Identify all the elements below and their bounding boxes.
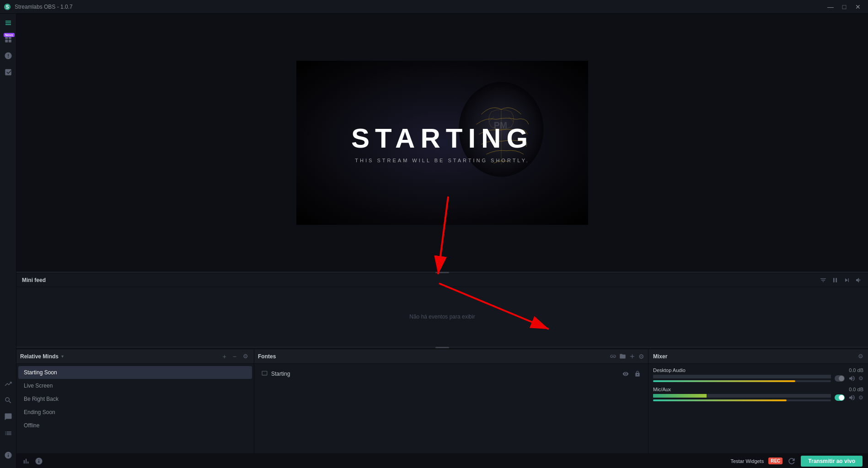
- preview-area: PM STARTING THIS STREAM WILL BE STARTING…: [16, 14, 868, 271]
- sources-more-options[interactable]: ⚙: [638, 353, 644, 360]
- mic-aux-slider[interactable]: [653, 399, 831, 401]
- mic-aux-level: [653, 394, 831, 398]
- info-icon[interactable]: [35, 457, 43, 465]
- scene-item-ending-soon[interactable]: Ending Soon: [18, 406, 252, 419]
- mixer-channel-mic-header: Mic/Aux 0.0 dB: [653, 387, 863, 392]
- mixer-settings-button[interactable]: ⚙: [858, 353, 863, 360]
- mic-aux-speaker-icon[interactable]: [848, 394, 856, 401]
- statusbar: Testar Widgets REC Transmitir ao vivo: [16, 453, 868, 468]
- sources-title: Fontes: [258, 353, 276, 360]
- stats-icon[interactable]: [22, 457, 30, 465]
- scenes-add-button[interactable]: +: [221, 352, 228, 361]
- statusbar-right: Testar Widgets REC Transmitir ao vivo: [730, 456, 863, 467]
- mixer-channel-desktop: Desktop Audio 0.0 dB: [653, 367, 863, 382]
- close-button[interactable]: ✕: [852, 2, 864, 12]
- svg-rect-5: [8, 40, 11, 43]
- preview-subtitle: THIS STREAM WILL BE STARTING SHORTLY.: [351, 158, 533, 163]
- svg-rect-4: [5, 40, 8, 43]
- mixer-channel-mic: Mic/Aux 0.0 dB: [653, 387, 863, 401]
- desktop-audio-label: Desktop Audio: [653, 367, 686, 373]
- mixer-panel: Mixer ⚙ Desktop Audio 0.0 dB: [648, 349, 868, 453]
- filter-icon[interactable]: [820, 277, 827, 284]
- bottom-section: Relative Minds ▾ + − ⚙ Starting Soon Liv…: [16, 348, 868, 453]
- scene-item-starting-soon[interactable]: Starting Soon: [18, 366, 252, 379]
- scenes-title-area: Relative Minds ▾: [20, 353, 64, 360]
- mic-aux-controls: ⚙: [653, 394, 863, 401]
- sources-list: Starting: [254, 364, 648, 453]
- source-item-starting[interactable]: Starting: [258, 367, 644, 380]
- mixer-header: Mixer ⚙: [648, 349, 868, 364]
- titlebar-left: S Streamlabs OBS - 1.0.7: [4, 3, 73, 11]
- desktop-audio-mute-toggle[interactable]: [835, 375, 845, 382]
- mixer-title: Mixer: [653, 353, 667, 360]
- pause-icon[interactable]: [831, 277, 839, 284]
- scene-item-live-screen[interactable]: Live Screen: [18, 379, 252, 392]
- scene-item-be-right-back[interactable]: Be Right Back: [18, 393, 252, 405]
- mini-feed-empty-state: Não há eventos para exibir: [16, 287, 868, 346]
- refresh-icon[interactable]: [787, 457, 796, 466]
- scenes-settings-button[interactable]: ⚙: [241, 352, 250, 361]
- scenes-panel: Relative Minds ▾ + − ⚙ Starting Soon Liv…: [16, 349, 254, 453]
- sidebar-item-overlays[interactable]: [1, 65, 16, 80]
- source-lock-button[interactable]: [634, 371, 641, 377]
- scenes-header: Relative Minds ▾ + − ⚙: [16, 349, 254, 364]
- desktop-audio-level: [653, 375, 831, 378]
- svg-text:S: S: [6, 5, 9, 10]
- sources-link-button[interactable]: [610, 353, 616, 360]
- titlebar: S Streamlabs OBS - 1.0.7 — □ ✕: [0, 0, 868, 14]
- mic-aux-mute-toggle[interactable]: [835, 394, 845, 401]
- mic-aux-db: 0.0 dB: [849, 387, 863, 392]
- sources-actions: ⚙: [610, 353, 644, 360]
- desktop-audio-settings-button[interactable]: ⚙: [858, 375, 863, 382]
- source-item-icon: [262, 370, 268, 378]
- titlebar-controls: — □ ✕: [824, 2, 864, 12]
- rec-badge: REC: [768, 457, 782, 464]
- sidebar-item-stats[interactable]: [1, 377, 16, 391]
- maximize-button[interactable]: □: [838, 2, 851, 12]
- mic-aux-settings-button[interactable]: ⚙: [858, 394, 863, 401]
- sidebar-item-alerts[interactable]: [1, 48, 16, 63]
- mixer-channel-desktop-header: Desktop Audio 0.0 dB: [653, 367, 863, 373]
- scenes-list: Starting Soon Live Screen Be Right Back …: [16, 364, 254, 453]
- mini-feed-controls: [820, 277, 863, 284]
- sidebar-item-chat[interactable]: [1, 410, 16, 424]
- preview-starting-text: STARTING: [351, 122, 533, 154]
- preview-canvas: PM STARTING THIS STREAM WILL BE STARTING…: [296, 61, 588, 225]
- volume-icon[interactable]: [855, 277, 863, 284]
- scenes-title: Relative Minds: [20, 353, 59, 360]
- preview-background: PM STARTING THIS STREAM WILL BE STARTING…: [296, 61, 588, 225]
- desktop-audio-slider[interactable]: [653, 380, 831, 382]
- sidebar: Novo: [0, 14, 16, 468]
- sources-folder-button[interactable]: [619, 353, 626, 360]
- desktop-audio-speaker-icon[interactable]: [848, 375, 856, 382]
- sidebar-item-search[interactable]: [1, 393, 16, 408]
- content: PM STARTING THIS STREAM WILL BE STARTING…: [16, 14, 868, 468]
- sources-panel: Fontes: [254, 349, 648, 453]
- sidebar-item-info[interactable]: [1, 448, 16, 463]
- mic-aux-label: Mic/Aux: [653, 387, 671, 392]
- mixer-content: Desktop Audio 0.0 dB: [648, 364, 868, 453]
- source-item-label: Starting: [271, 371, 290, 377]
- statusbar-left: [22, 457, 43, 465]
- skip-icon[interactable]: [843, 277, 851, 284]
- mini-feed-title: Mini feed: [22, 277, 46, 283]
- minimize-button[interactable]: —: [824, 2, 837, 12]
- titlebar-title: Streamlabs OBS - 1.0.7: [15, 4, 73, 10]
- sources-add-button[interactable]: [629, 353, 636, 360]
- test-widgets-button[interactable]: Testar Widgets: [730, 458, 764, 464]
- mini-feed-header: Mini feed: [16, 274, 868, 287]
- desktop-audio-db: 0.0 dB: [849, 367, 863, 373]
- sidebar-item-graph[interactable]: [1, 426, 16, 441]
- sources-header: Fontes: [254, 349, 648, 364]
- scenes-remove-button[interactable]: −: [231, 352, 238, 361]
- scenes-dropdown-arrow[interactable]: ▾: [61, 354, 64, 359]
- sidebar-item-themes[interactable]: Novo: [1, 32, 16, 47]
- desktop-audio-controls: ⚙: [653, 375, 863, 382]
- scenes-actions: + − ⚙: [221, 352, 250, 361]
- mini-feed-empty-text: Não há eventos para exibir: [409, 314, 475, 320]
- mini-feed-panel: Mini feed: [16, 273, 868, 346]
- go-live-button[interactable]: Transmitir ao vivo: [801, 456, 863, 467]
- scene-item-offline[interactable]: Offline: [18, 419, 252, 432]
- source-visibility-button[interactable]: [622, 371, 629, 377]
- sidebar-item-studio[interactable]: [1, 16, 16, 30]
